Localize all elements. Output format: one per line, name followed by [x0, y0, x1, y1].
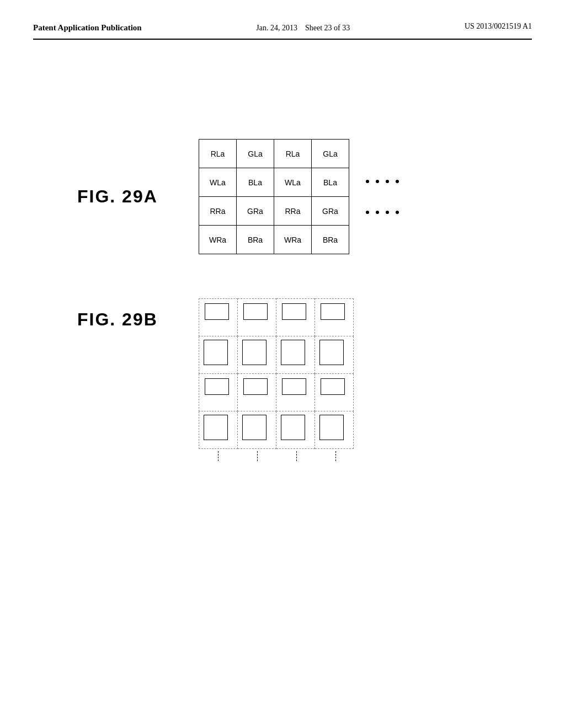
fig-29b-label: FIG. 29B	[77, 298, 199, 330]
table-cell	[199, 336, 238, 374]
table-cell	[315, 336, 354, 374]
table-row	[199, 336, 354, 374]
table-cell	[238, 374, 276, 411]
table-cell: RRa	[199, 197, 237, 226]
dot	[366, 180, 369, 183]
table-cell	[199, 411, 238, 449]
table-cell: WRa	[199, 226, 237, 254]
table-row	[199, 374, 354, 411]
dot	[376, 180, 379, 183]
page: Patent Application Publication Jan. 24, …	[0, 0, 565, 728]
table-cell	[199, 374, 238, 411]
dash-line	[218, 451, 218, 461]
table-cell	[238, 299, 276, 336]
dash-line	[296, 451, 297, 461]
dash-line	[335, 451, 336, 461]
dots-container	[366, 180, 399, 214]
dot	[396, 180, 399, 183]
table-cell: RLa	[199, 140, 237, 168]
table-cell: BRa	[312, 226, 349, 254]
table-cell	[199, 299, 238, 336]
table-row: WLaBLaWLaBLa	[199, 168, 349, 197]
dot	[386, 211, 389, 214]
table-cell	[238, 336, 276, 374]
table-cell: GLa	[237, 140, 274, 168]
table-cell	[238, 411, 276, 449]
fig-29b-grid	[199, 298, 354, 449]
table-cell: RRa	[274, 197, 312, 226]
table-cell: BLa	[237, 168, 274, 197]
table-cell: GLa	[312, 140, 349, 168]
dots-row-bottom	[366, 211, 399, 214]
dot	[396, 211, 399, 214]
dash-line	[257, 451, 258, 461]
table-cell	[276, 411, 315, 449]
table-cell: GRa	[237, 197, 274, 226]
table-row	[199, 411, 354, 449]
header-publication-label: Patent Application Publication	[33, 22, 142, 34]
table-row: RLaGLaRLaGLa	[199, 140, 349, 168]
table-cell	[315, 411, 354, 449]
fig-29a-section: FIG. 29A RLaGLaRLaGLaWLaBLaWLaBLaRRaGRaR…	[77, 139, 532, 254]
table-cell: GRa	[312, 197, 349, 226]
fig-29a-grid: RLaGLaRLaGLaWLaBLaWLaBLaRRaGRaRRaGRaWRaB…	[199, 139, 349, 254]
table-cell: WRa	[274, 226, 312, 254]
table-row	[199, 299, 354, 336]
table-cell: RLa	[274, 140, 312, 168]
table-cell	[315, 299, 354, 336]
header-date-sheet: Jan. 24, 2013 Sheet 23 of 33	[256, 22, 350, 34]
table-cell	[276, 299, 315, 336]
dot	[366, 211, 369, 214]
table-cell	[276, 374, 315, 411]
table-cell: BRa	[237, 226, 274, 254]
table-row: WRaBRaWRaBRa	[199, 226, 349, 254]
table-cell	[315, 374, 354, 411]
bottom-dashes	[199, 449, 355, 463]
table-cell: WLa	[199, 168, 237, 197]
fig-29a-label: FIG. 29A	[77, 186, 199, 207]
header: Patent Application Publication Jan. 24, …	[33, 22, 532, 40]
header-patent-number: US 2013/0021519 A1	[465, 22, 532, 31]
table-row: RRaGRaRRaGRa	[199, 197, 349, 226]
table-cell	[276, 336, 315, 374]
dot	[386, 180, 389, 183]
fig-29a-grid-container: RLaGLaRLaGLaWLaBLaWLaBLaRRaGRaRRaGRaWRaB…	[199, 139, 399, 254]
fig-29b-grid-wrapper	[199, 298, 355, 463]
table-cell: BLa	[312, 168, 349, 197]
fig-29b-section: FIG. 29B	[77, 298, 532, 463]
dot	[376, 211, 379, 214]
dots-row-top	[366, 180, 399, 183]
table-cell: WLa	[274, 168, 312, 197]
